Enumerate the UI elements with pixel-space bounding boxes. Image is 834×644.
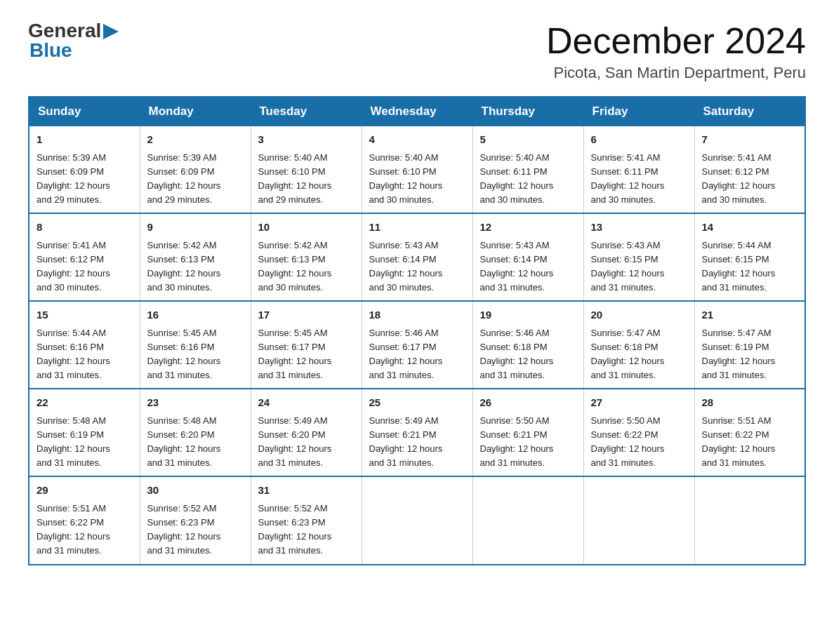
- day-info: Sunrise: 5:41 AMSunset: 6:12 PMDaylight:…: [702, 152, 776, 205]
- table-row: 3 Sunrise: 5:40 AMSunset: 6:10 PMDayligh…: [251, 126, 362, 214]
- day-number: 28: [702, 395, 798, 411]
- table-row: [694, 476, 805, 564]
- day-info: Sunrise: 5:51 AMSunset: 6:22 PMDaylight:…: [37, 503, 110, 556]
- table-row: 12 Sunrise: 5:43 AMSunset: 6:14 PMDaylig…: [472, 213, 583, 301]
- day-info: Sunrise: 5:50 AMSunset: 6:21 PMDaylight:…: [480, 415, 554, 468]
- day-info: Sunrise: 5:52 AMSunset: 6:23 PMDaylight:…: [258, 503, 332, 556]
- day-info: Sunrise: 5:40 AMSunset: 6:11 PMDaylight:…: [480, 152, 554, 205]
- header-thursday: Thursday: [472, 97, 583, 126]
- day-info: Sunrise: 5:45 AMSunset: 6:17 PMDaylight:…: [258, 328, 332, 380]
- table-row: 20 Sunrise: 5:47 AMSunset: 6:18 PMDaylig…: [583, 301, 694, 389]
- calendar-week-row: 29 Sunrise: 5:51 AMSunset: 6:22 PMDaylig…: [29, 476, 805, 564]
- day-number: 14: [702, 220, 798, 236]
- table-row: 8 Sunrise: 5:41 AMSunset: 6:12 PMDayligh…: [29, 213, 140, 301]
- main-title: December 2024: [546, 21, 806, 61]
- day-info: Sunrise: 5:39 AMSunset: 6:09 PMDaylight:…: [147, 152, 221, 205]
- day-info: Sunrise: 5:48 AMSunset: 6:19 PMDaylight:…: [37, 415, 110, 468]
- header-sunday: Sunday: [29, 97, 140, 126]
- table-row: 13 Sunrise: 5:43 AMSunset: 6:15 PMDaylig…: [583, 213, 694, 301]
- table-row: 23 Sunrise: 5:48 AMSunset: 6:20 PMDaylig…: [140, 389, 251, 476]
- table-row: 10 Sunrise: 5:42 AMSunset: 6:13 PMDaylig…: [251, 213, 362, 301]
- day-info: Sunrise: 5:40 AMSunset: 6:10 PMDaylight:…: [258, 152, 332, 205]
- day-info: Sunrise: 5:46 AMSunset: 6:17 PMDaylight:…: [369, 328, 443, 380]
- day-number: 30: [147, 483, 244, 499]
- day-number: 10: [258, 220, 355, 236]
- calendar-table: Sunday Monday Tuesday Wednesday Thursday…: [28, 96, 806, 565]
- day-info: Sunrise: 5:47 AMSunset: 6:18 PMDaylight:…: [591, 328, 665, 380]
- day-number: 29: [37, 483, 133, 499]
- day-number: 9: [147, 220, 244, 236]
- day-info: Sunrise: 5:41 AMSunset: 6:11 PMDaylight:…: [591, 152, 665, 205]
- day-number: 11: [369, 220, 465, 236]
- day-info: Sunrise: 5:47 AMSunset: 6:19 PMDaylight:…: [702, 328, 776, 380]
- day-info: Sunrise: 5:42 AMSunset: 6:13 PMDaylight:…: [258, 240, 332, 293]
- table-row: 19 Sunrise: 5:46 AMSunset: 6:18 PMDaylig…: [472, 301, 583, 389]
- day-number: 31: [258, 483, 355, 499]
- table-row: 9 Sunrise: 5:42 AMSunset: 6:13 PMDayligh…: [140, 213, 251, 301]
- day-number: 18: [369, 307, 465, 323]
- day-number: 1: [37, 132, 133, 148]
- table-row: 29 Sunrise: 5:51 AMSunset: 6:22 PMDaylig…: [29, 476, 140, 564]
- day-number: 16: [147, 307, 244, 323]
- calendar-week-row: 8 Sunrise: 5:41 AMSunset: 6:12 PMDayligh…: [29, 213, 805, 301]
- table-row: 24 Sunrise: 5:49 AMSunset: 6:20 PMDaylig…: [251, 389, 362, 476]
- day-number: 3: [258, 132, 355, 148]
- day-info: Sunrise: 5:39 AMSunset: 6:09 PMDaylight:…: [37, 152, 110, 205]
- table-row: 17 Sunrise: 5:45 AMSunset: 6:17 PMDaylig…: [251, 301, 362, 389]
- day-number: 15: [37, 307, 133, 323]
- table-row: 27 Sunrise: 5:50 AMSunset: 6:22 PMDaylig…: [583, 389, 694, 476]
- logo-combined: General Blue: [28, 21, 119, 60]
- table-row: [583, 476, 694, 564]
- day-info: Sunrise: 5:46 AMSunset: 6:18 PMDaylight:…: [480, 328, 554, 380]
- logo-general-text: General: [28, 21, 101, 41]
- day-number: 8: [37, 220, 133, 236]
- day-info: Sunrise: 5:43 AMSunset: 6:14 PMDaylight:…: [480, 240, 554, 293]
- logo-blue-text: Blue: [29, 41, 119, 60]
- day-info: Sunrise: 5:49 AMSunset: 6:20 PMDaylight:…: [258, 415, 332, 468]
- table-row: 31 Sunrise: 5:52 AMSunset: 6:23 PMDaylig…: [251, 476, 362, 564]
- day-info: Sunrise: 5:45 AMSunset: 6:16 PMDaylight:…: [147, 328, 221, 380]
- day-info: Sunrise: 5:41 AMSunset: 6:12 PMDaylight:…: [37, 240, 110, 293]
- day-number: 4: [369, 132, 465, 148]
- table-row: 7 Sunrise: 5:41 AMSunset: 6:12 PMDayligh…: [694, 126, 805, 214]
- day-number: 12: [480, 220, 576, 236]
- calendar-week-row: 15 Sunrise: 5:44 AMSunset: 6:16 PMDaylig…: [29, 301, 805, 389]
- table-row: 1 Sunrise: 5:39 AMSunset: 6:09 PMDayligh…: [29, 126, 140, 214]
- day-info: Sunrise: 5:40 AMSunset: 6:10 PMDaylight:…: [369, 152, 443, 205]
- table-row: 14 Sunrise: 5:44 AMSunset: 6:15 PMDaylig…: [694, 213, 805, 301]
- header-tuesday: Tuesday: [251, 97, 362, 126]
- calendar-week-row: 1 Sunrise: 5:39 AMSunset: 6:09 PMDayligh…: [29, 126, 805, 214]
- day-info: Sunrise: 5:44 AMSunset: 6:16 PMDaylight:…: [37, 328, 110, 380]
- table-row: [472, 476, 583, 564]
- table-row: 22 Sunrise: 5:48 AMSunset: 6:19 PMDaylig…: [29, 389, 140, 476]
- table-row: 25 Sunrise: 5:49 AMSunset: 6:21 PMDaylig…: [362, 389, 472, 476]
- header-wednesday: Wednesday: [362, 97, 472, 126]
- table-row: 30 Sunrise: 5:52 AMSunset: 6:23 PMDaylig…: [140, 476, 251, 564]
- logo-line1: General: [28, 21, 119, 41]
- table-row: 16 Sunrise: 5:45 AMSunset: 6:16 PMDaylig…: [140, 301, 251, 389]
- day-number: 7: [702, 132, 798, 148]
- day-number: 26: [480, 395, 576, 411]
- day-number: 27: [591, 395, 687, 411]
- day-number: 25: [369, 395, 465, 411]
- header-monday: Monday: [140, 97, 251, 126]
- table-row: 18 Sunrise: 5:46 AMSunset: 6:17 PMDaylig…: [362, 301, 472, 389]
- day-number: 20: [591, 307, 687, 323]
- day-info: Sunrise: 5:52 AMSunset: 6:23 PMDaylight:…: [147, 503, 221, 556]
- table-row: 21 Sunrise: 5:47 AMSunset: 6:19 PMDaylig…: [694, 301, 805, 389]
- day-number: 13: [591, 220, 687, 236]
- table-row: 11 Sunrise: 5:43 AMSunset: 6:14 PMDaylig…: [362, 213, 472, 301]
- table-row: 6 Sunrise: 5:41 AMSunset: 6:11 PMDayligh…: [583, 126, 694, 214]
- table-row: 28 Sunrise: 5:51 AMSunset: 6:22 PMDaylig…: [694, 389, 805, 476]
- day-number: 23: [147, 395, 244, 411]
- day-number: 24: [258, 395, 355, 411]
- header-friday: Friday: [583, 97, 694, 126]
- day-number: 22: [37, 395, 133, 411]
- day-info: Sunrise: 5:51 AMSunset: 6:22 PMDaylight:…: [702, 415, 776, 468]
- table-row: 5 Sunrise: 5:40 AMSunset: 6:11 PMDayligh…: [472, 126, 583, 214]
- day-info: Sunrise: 5:49 AMSunset: 6:21 PMDaylight:…: [369, 415, 443, 468]
- day-number: 21: [702, 307, 798, 323]
- day-number: 5: [480, 132, 576, 148]
- table-row: 2 Sunrise: 5:39 AMSunset: 6:09 PMDayligh…: [140, 126, 251, 214]
- header-saturday: Saturday: [694, 97, 805, 126]
